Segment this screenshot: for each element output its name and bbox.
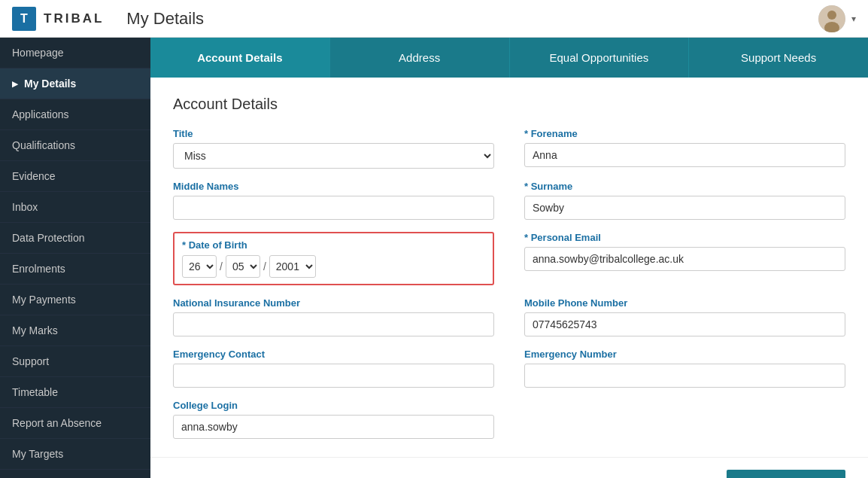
emergency-contact-input[interactable] [173, 364, 494, 388]
sidebar-label-enrolments: Enrolments [12, 263, 65, 275]
sidebar-label-data-protection: Data Protection [12, 232, 85, 244]
forename-label: * Forename [524, 128, 845, 139]
sidebar-label-homepage: Homepage [12, 47, 64, 59]
emergency-contact-group: Emergency Contact [173, 349, 494, 388]
dob-selects: 26 / 05 / 2001 [182, 255, 485, 278]
sidebar-label-my-targets: My Targets [12, 448, 63, 460]
tab-bar: Account Details Address Equal Opportunit… [150, 38, 868, 78]
sidebar-label-timetable: Timetable [12, 386, 58, 398]
tab-address[interactable]: Address [330, 38, 510, 78]
svg-point-1 [827, 11, 836, 20]
tab-support-needs[interactable]: Support Needs [689, 38, 868, 78]
logo-name: TRIBAL [44, 11, 104, 26]
avatar[interactable] [818, 5, 845, 32]
emergency-contact-label: Emergency Contact [173, 349, 494, 360]
forename-input[interactable] [524, 143, 845, 167]
section-title: Account Details [173, 96, 845, 113]
dob-sep-1: / [220, 260, 223, 272]
app-header: T TRIBAL My Details ▾ [0, 0, 868, 38]
user-menu-chevron[interactable]: ▾ [851, 14, 856, 24]
sidebar-item-timetable[interactable]: Timetable [0, 377, 150, 408]
form-grid: Title Miss Mr Mrs Ms Dr Prof * Forename [173, 128, 845, 439]
sidebar-item-my-payments[interactable]: My Payments [0, 285, 150, 315]
dob-label: * Date of Birth [182, 239, 485, 251]
sidebar-label-report-absence: Report an Absence [12, 417, 102, 429]
sidebar-item-evidence[interactable]: Evidence [0, 161, 150, 192]
forename-group: * Forename [524, 128, 845, 169]
title-label: Title [173, 128, 494, 139]
sidebar-label-support: Support [12, 355, 49, 367]
middle-names-label: Middle Names [173, 181, 494, 192]
dob-year-select[interactable]: 2001 [269, 255, 316, 278]
active-arrow-icon: ▶ [12, 80, 18, 88]
logo-box: T [12, 7, 36, 31]
mobile-phone-label: Mobile Phone Number [524, 297, 845, 309]
emergency-number-group: Emergency Number [524, 349, 845, 388]
sidebar-item-report-absence[interactable]: Report an Absence [0, 408, 150, 439]
sidebar-label-applications: Applications [12, 108, 69, 120]
sidebar-label-my-marks: My Marks [12, 324, 58, 336]
sidebar-item-applications[interactable]: Applications [0, 99, 150, 130]
ni-number-input[interactable] [173, 312, 494, 336]
sidebar-item-inbox[interactable]: Inbox [0, 192, 150, 223]
title-select[interactable]: Miss Mr Mrs Ms Dr Prof [173, 143, 494, 169]
ni-number-group: National Insurance Number [173, 297, 494, 336]
page-title: My Details [126, 9, 204, 29]
logo-letter: T [20, 12, 28, 26]
surname-label: * Surname [524, 181, 845, 192]
sidebar-item-my-targets[interactable]: My Targets [0, 439, 150, 470]
middle-names-input[interactable] [173, 196, 494, 220]
account-details-panel: Account Details Title Miss Mr Mrs Ms Dr … [150, 78, 868, 457]
tab-account-details[interactable]: Account Details [150, 38, 330, 78]
update-details-button[interactable]: UPDATE DETAILS [727, 470, 845, 478]
personal-email-input[interactable] [524, 247, 845, 271]
main-content: Account Details Address Equal Opportunit… [150, 38, 868, 478]
emergency-number-label: Emergency Number [524, 349, 845, 360]
sidebar-item-qualifications[interactable]: Qualifications [0, 130, 150, 161]
sidebar-item-enrolments[interactable]: Enrolments [0, 254, 150, 285]
mobile-phone-input[interactable] [524, 312, 845, 336]
sidebar-item-support[interactable]: Support [0, 346, 150, 377]
sidebar: Homepage ▶ My Details Applications Quali… [0, 38, 150, 478]
dob-container: * Date of Birth 26 / 05 / 2001 [173, 232, 494, 285]
middle-names-group: Middle Names [173, 181, 494, 220]
sidebar-label-qualifications: Qualifications [12, 139, 75, 151]
sidebar-item-data-protection[interactable]: Data Protection [0, 223, 150, 254]
dob-day-select[interactable]: 26 [182, 255, 217, 278]
ni-number-label: National Insurance Number [173, 297, 494, 309]
sidebar-label-my-payments: My Payments [12, 294, 76, 306]
personal-email-label: * Personal Email [524, 232, 845, 243]
header-right: ▾ [818, 5, 856, 32]
title-group: Title Miss Mr Mrs Ms Dr Prof [173, 128, 494, 169]
mobile-phone-group: Mobile Phone Number [524, 297, 845, 336]
sidebar-label-my-details: My Details [24, 78, 76, 90]
sidebar-item-homepage[interactable]: Homepage [0, 38, 150, 69]
dob-month-select[interactable]: 05 [226, 255, 260, 278]
main-layout: Homepage ▶ My Details Applications Quali… [0, 38, 868, 478]
dob-group: * Date of Birth 26 / 05 / 2001 [173, 232, 494, 285]
header-left: T TRIBAL My Details [12, 7, 204, 31]
sidebar-item-my-details[interactable]: ▶ My Details [0, 69, 150, 99]
spacer [524, 400, 845, 439]
college-login-label: College Login [173, 400, 494, 411]
surname-group: * Surname [524, 181, 845, 220]
college-login-group: College Login [173, 400, 494, 439]
dob-sep-2: / [263, 260, 266, 272]
college-login-input[interactable] [173, 415, 494, 439]
sidebar-label-inbox: Inbox [12, 201, 38, 213]
emergency-number-input[interactable] [524, 364, 845, 388]
surname-input[interactable] [524, 196, 845, 220]
sidebar-label-evidence: Evidence [12, 170, 56, 182]
personal-email-group: * Personal Email [524, 232, 845, 285]
form-footer: UPDATE DETAILS [150, 457, 868, 478]
sidebar-item-my-marks[interactable]: My Marks [0, 315, 150, 346]
tab-equal-opportunities[interactable]: Equal Opportunities [510, 38, 690, 78]
